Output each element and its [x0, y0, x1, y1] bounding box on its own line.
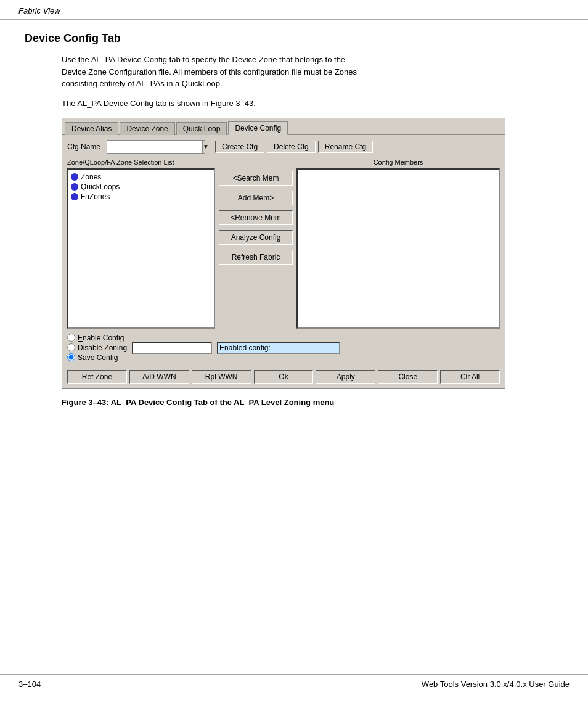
page-footer: 3–104 Web Tools Version 3.0.x/4.0.x User…	[0, 674, 588, 694]
clr-all-button[interactable]: Clr All	[440, 370, 500, 384]
cfg-name-label: Cfg Name	[67, 142, 100, 151]
desc-line3: consisting entirely of AL_PAs in a Quick…	[62, 79, 223, 88]
radio-save-config[interactable]: Save Config	[67, 353, 127, 362]
apply-button[interactable]: Apply	[316, 370, 375, 384]
figure-caption: Figure 3–43: AL_PA Device Config Tab of …	[62, 398, 563, 407]
figure-intro: The AL_PA Device Config tab is shown in …	[62, 99, 563, 108]
fazones-dot-icon	[71, 193, 78, 200]
quickloops-dot-icon	[71, 183, 78, 191]
list-item-quickloops[interactable]: QuickLoops	[71, 182, 211, 192]
tab-device-alias[interactable]: Device Alias	[65, 122, 118, 135]
list-item-fazones[interactable]: FaZones	[71, 192, 211, 202]
cfg-name-input[interactable]	[107, 141, 202, 153]
ok-button[interactable]: Ok	[254, 370, 314, 384]
remove-mem-button[interactable]: <Remove Mem	[219, 210, 293, 225]
desc-line1: Use the AL_PA Device Config tab to speci…	[62, 55, 345, 64]
section-title: Device Config Tab	[25, 32, 563, 45]
radio-enable-label: Enable Config	[78, 334, 124, 342]
page-header: Fabric View	[0, 0, 588, 20]
cfg-buttons: Create Cfg Delete Cfg Rename Cfg	[215, 141, 373, 153]
radio-disable-label: Disable Zoning	[78, 343, 127, 352]
add-mem-button[interactable]: Add Mem>	[219, 191, 293, 205]
radio-save-input[interactable]	[67, 353, 75, 361]
footer-left: 3–104	[18, 679, 41, 689]
tab-device-zone[interactable]: Device Zone	[120, 122, 174, 135]
action-buttons-row: Ref Zone A/D WWN Rpl WWN Ok Apply Close	[67, 366, 500, 384]
enabled-config-input[interactable]	[217, 342, 340, 354]
zones-dot-icon	[71, 173, 78, 181]
right-panel-label: Config Members	[296, 158, 500, 166]
tab-quick-loop[interactable]: Quick Loop	[176, 122, 227, 135]
cfg-name-dropdown-arrow[interactable]: ▼	[202, 141, 209, 153]
delete-cfg-button[interactable]: Delete Cfg	[267, 141, 316, 153]
rename-cfg-button[interactable]: Rename Cfg	[318, 141, 373, 153]
description: Use the AL_PA Device Config tab to speci…	[62, 54, 563, 90]
right-panel: Config Members	[296, 158, 500, 329]
zones-label: Zones	[81, 173, 101, 181]
cfg-name-row: Cfg Name ▼ Create Cfg Delete Cfg Rename …	[67, 140, 500, 154]
tab-device-config[interactable]: Device Config	[228, 121, 288, 135]
fazones-label: FaZones	[81, 192, 110, 201]
analyze-config-button[interactable]: Analyze Config	[219, 230, 293, 245]
close-button[interactable]: Close	[378, 370, 438, 384]
create-cfg-button[interactable]: Create Cfg	[215, 141, 264, 153]
left-panel-label: Zone/QLoop/FA Zone Selection List	[67, 158, 215, 166]
radio-group: Enable Config Disable Zoning Save Config	[67, 334, 127, 362]
zone-selection-list[interactable]: Zones QuickLoops FaZones	[67, 168, 215, 329]
radio-enable-config[interactable]: Enable Config	[67, 334, 127, 342]
refresh-fabric-button[interactable]: Refresh Fabric	[219, 250, 293, 265]
left-panel: Zone/QLoop/FA Zone Selection List Zones …	[67, 158, 215, 329]
config-row: Enable Config Disable Zoning Save Config	[67, 334, 500, 362]
radio-disable-input[interactable]	[67, 343, 75, 351]
radio-save-label: Save Config	[78, 353, 118, 362]
desc-line2: Device Zone Configuration file. All memb…	[62, 67, 357, 76]
dialog-body: Cfg Name ▼ Create Cfg Delete Cfg Rename …	[62, 135, 505, 388]
breadcrumb: Fabric View	[18, 6, 60, 15]
footer-right: Web Tools Version 3.0.x/4.0.x User Guide	[422, 679, 570, 689]
panels-row: Zone/QLoop/FA Zone Selection List Zones …	[67, 158, 500, 329]
tabs-row: Device Alias Device Zone Quick Loop Devi…	[62, 118, 505, 135]
rpl-wwn-button[interactable]: Rpl WWN	[192, 370, 251, 384]
config-members-list[interactable]	[296, 168, 500, 329]
radio-enable-input[interactable]	[67, 334, 75, 342]
config-text-input[interactable]	[132, 342, 212, 354]
radio-disable-zoning[interactable]: Disable Zoning	[67, 343, 127, 352]
ad-wwn-button[interactable]: A/D WWN	[129, 370, 189, 384]
cfg-name-input-wrapper[interactable]: ▼	[107, 140, 205, 154]
middle-buttons: <Search Mem Add Mem> <Remove Mem Analyze…	[219, 158, 293, 329]
ref-zone-button[interactable]: Ref Zone	[67, 370, 127, 384]
main-content: Device Config Tab Use the AL_PA Device C…	[0, 20, 588, 419]
list-item-zones[interactable]: Zones	[71, 172, 211, 182]
search-mem-button[interactable]: <Search Mem	[219, 171, 293, 186]
dialog-container: Device Alias Device Zone Quick Loop Devi…	[62, 118, 505, 389]
quickloops-label: QuickLoops	[81, 183, 120, 191]
